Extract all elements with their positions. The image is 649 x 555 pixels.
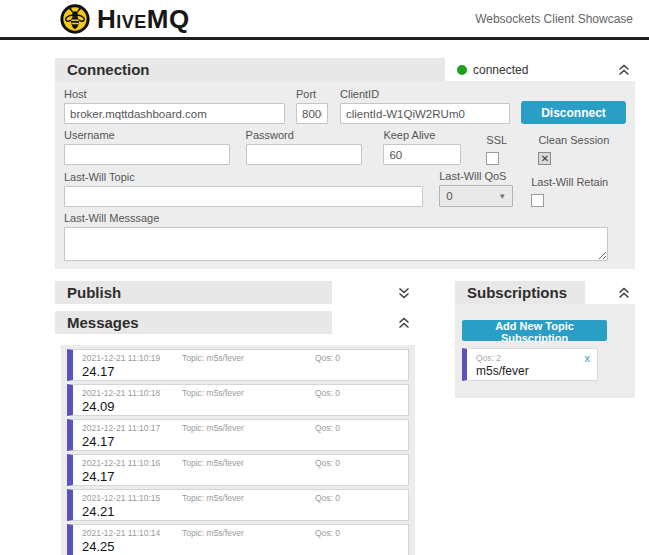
collapse-messages-icon[interactable] bbox=[396, 315, 412, 331]
message-meta: 2021-12-21 11:10:14 Topic: m5s/fever Qos… bbox=[82, 528, 400, 538]
remove-subscription-icon[interactable]: x bbox=[585, 353, 591, 364]
publish-title: Publish bbox=[67, 284, 121, 301]
ssl-checkbox[interactable] bbox=[486, 152, 499, 165]
message-payload: 24.25 bbox=[82, 539, 400, 555]
message-qos: Qos: 0 bbox=[315, 388, 400, 398]
message-item[interactable]: 2021-12-21 11:10:17 Topic: m5s/fever Qos… bbox=[67, 419, 409, 451]
last-will-topic-input[interactable] bbox=[64, 186, 423, 207]
password-input[interactable] bbox=[246, 144, 363, 165]
host-input[interactable] bbox=[64, 103, 285, 124]
clientid-input[interactable] bbox=[340, 103, 510, 124]
message-qos: Qos: 0 bbox=[315, 493, 400, 503]
chevron-down-icon: ▼ bbox=[498, 192, 506, 201]
last-will-message-label: Last-Will Messsage bbox=[64, 213, 608, 224]
subscriptions-header: Subscriptions bbox=[455, 281, 635, 304]
message-meta: 2021-12-21 11:10:19 Topic: m5s/fever Qos… bbox=[82, 353, 400, 363]
clean-session-label: Clean Session bbox=[538, 135, 609, 146]
message-topic: Topic: m5s/fever bbox=[182, 388, 315, 398]
subscription-qos: Qos: 2 bbox=[476, 353, 589, 363]
message-timestamp: 2021-12-21 11:10:17 bbox=[82, 423, 182, 433]
connection-status: connected bbox=[457, 63, 528, 77]
message-timestamp: 2021-12-21 11:10:18 bbox=[82, 388, 182, 398]
message-payload: 24.17 bbox=[82, 364, 400, 380]
connection-section: Connection connected Host Port ClientID bbox=[55, 58, 635, 269]
clean-session-checkbox[interactable] bbox=[538, 152, 551, 165]
hivemq-logo: HiveMQ bbox=[60, 4, 190, 34]
messages-header: Messages bbox=[55, 311, 415, 334]
keep-alive-label: Keep Alive bbox=[383, 130, 461, 141]
message-timestamp: 2021-12-21 11:10:14 bbox=[82, 528, 182, 538]
message-timestamp: 2021-12-21 11:10:15 bbox=[82, 493, 182, 503]
collapse-connection-icon[interactable] bbox=[616, 62, 632, 78]
message-topic: Topic: m5s/fever bbox=[182, 493, 315, 503]
message-topic: Topic: m5s/fever bbox=[182, 458, 315, 468]
message-item[interactable]: 2021-12-21 11:10:15 Topic: m5s/fever Qos… bbox=[67, 489, 409, 521]
last-will-retain-label: Last-Will Retain bbox=[531, 177, 608, 188]
message-payload: 24.17 bbox=[82, 434, 400, 450]
subscriptions-panel: Add New Topic Subscription Qos: 2 m5s/fe… bbox=[455, 304, 635, 398]
port-input[interactable] bbox=[296, 103, 328, 124]
connection-header: Connection connected bbox=[55, 58, 635, 81]
message-qos: Qos: 0 bbox=[315, 458, 400, 468]
last-will-retain-checkbox[interactable] bbox=[531, 194, 544, 207]
ssl-label: SSL bbox=[486, 135, 507, 146]
lower-panels: Publish Messages 2021-12-21 11:10:19 Top… bbox=[55, 281, 635, 555]
publish-messages-column: Publish Messages 2021-12-21 11:10:19 Top… bbox=[55, 281, 415, 555]
message-meta: 2021-12-21 11:10:16 Topic: m5s/fever Qos… bbox=[82, 458, 400, 468]
message-topic: Topic: m5s/fever bbox=[182, 528, 315, 538]
page-subtitle: Websockets Client Showcase bbox=[475, 12, 633, 26]
username-label: Username bbox=[64, 130, 230, 141]
message-payload: 24.17 bbox=[82, 469, 400, 485]
connection-form: Host Port ClientID Disconnect Username P… bbox=[55, 81, 635, 269]
message-payload: 24.09 bbox=[82, 399, 400, 415]
expand-publish-icon[interactable] bbox=[396, 285, 412, 301]
last-will-qos-label: Last-Will QoS bbox=[439, 171, 513, 182]
collapse-subscriptions-icon[interactable] bbox=[616, 285, 632, 301]
subscriptions-title: Subscriptions bbox=[467, 284, 567, 301]
message-timestamp: 2021-12-21 11:10:19 bbox=[82, 353, 182, 363]
subscriptions-title-bar: Subscriptions bbox=[455, 281, 585, 304]
last-will-message-textarea[interactable] bbox=[64, 227, 608, 261]
messages-aside bbox=[332, 311, 415, 334]
message-topic: Topic: m5s/fever bbox=[182, 353, 315, 363]
message-meta: 2021-12-21 11:10:18 Topic: m5s/fever Qos… bbox=[82, 388, 400, 398]
last-will-qos-value: 0 bbox=[446, 190, 452, 202]
publish-header: Publish bbox=[55, 281, 415, 304]
message-qos: Qos: 0 bbox=[315, 528, 400, 538]
connected-status-dot bbox=[457, 65, 467, 75]
message-item[interactable]: 2021-12-21 11:10:19 Topic: m5s/fever Qos… bbox=[67, 349, 409, 381]
subscription-list: Qos: 2 m5s/fever x bbox=[462, 348, 625, 381]
messages-title-bar: Messages bbox=[55, 311, 332, 334]
message-item[interactable]: 2021-12-21 11:10:14 Topic: m5s/fever Qos… bbox=[67, 524, 409, 555]
username-input[interactable] bbox=[64, 144, 230, 165]
message-meta: 2021-12-21 11:10:17 Topic: m5s/fever Qos… bbox=[82, 423, 400, 433]
disconnect-button[interactable]: Disconnect bbox=[521, 101, 626, 124]
subscription-topic: m5s/fever bbox=[476, 364, 589, 379]
brand-title: HiveMQ bbox=[97, 4, 190, 34]
message-topic: Topic: m5s/fever bbox=[182, 423, 315, 433]
port-label: Port bbox=[296, 89, 328, 100]
publish-aside bbox=[332, 281, 415, 304]
message-qos: Qos: 0 bbox=[315, 353, 400, 363]
message-payload: 24.21 bbox=[82, 504, 400, 520]
message-item[interactable]: 2021-12-21 11:10:16 Topic: m5s/fever Qos… bbox=[67, 454, 409, 486]
publish-title-bar: Publish bbox=[55, 281, 332, 304]
password-label: Password bbox=[246, 130, 363, 141]
message-item[interactable]: 2021-12-21 11:10:18 Topic: m5s/fever Qos… bbox=[67, 384, 409, 416]
message-timestamp: 2021-12-21 11:10:16 bbox=[82, 458, 182, 468]
message-list: 2021-12-21 11:10:19 Topic: m5s/fever Qos… bbox=[61, 345, 415, 555]
subscription-item: Qos: 2 m5s/fever x bbox=[462, 348, 598, 381]
clientid-label: ClientID bbox=[340, 89, 510, 100]
connection-title-bar: Connection bbox=[55, 58, 445, 81]
last-will-qos-select[interactable]: 0 ▼ bbox=[439, 185, 513, 207]
connection-status-area: connected bbox=[445, 58, 635, 81]
bee-icon bbox=[60, 4, 90, 34]
connection-status-label: connected bbox=[473, 63, 528, 77]
last-will-topic-label: Last-Will Topic bbox=[64, 172, 423, 183]
keep-alive-input[interactable] bbox=[383, 144, 461, 165]
subscriptions-column: Subscriptions Add New Topic Subscription… bbox=[455, 281, 635, 555]
message-qos: Qos: 0 bbox=[315, 423, 400, 433]
add-subscription-button[interactable]: Add New Topic Subscription bbox=[462, 320, 607, 341]
subscriptions-aside bbox=[585, 281, 635, 304]
message-meta: 2021-12-21 11:10:15 Topic: m5s/fever Qos… bbox=[82, 493, 400, 503]
